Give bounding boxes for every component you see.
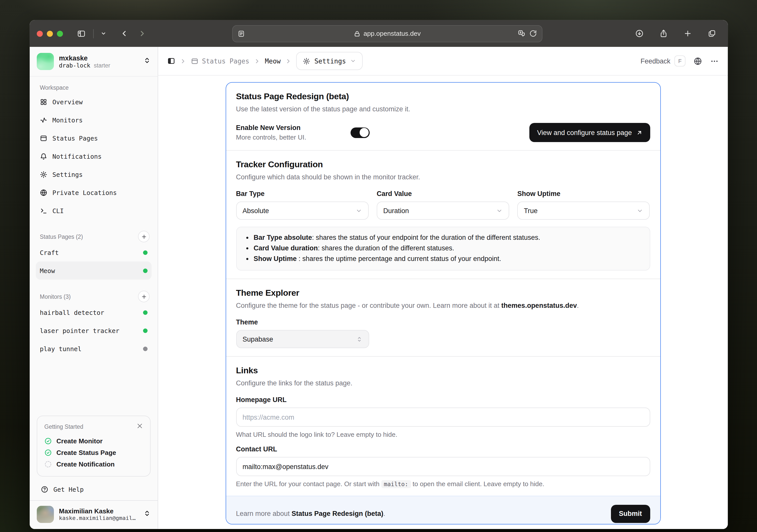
url-display: app.openstatus.dev bbox=[273, 30, 501, 37]
chevron-down-icon bbox=[637, 207, 644, 214]
window-controls bbox=[37, 30, 63, 37]
bar-type-select[interactable]: Absolute bbox=[236, 202, 369, 220]
section-title: Status Page Redesign (beta) bbox=[236, 92, 650, 102]
submit-button[interactable]: Submit bbox=[611, 505, 650, 523]
panel-toggle-icon[interactable] bbox=[167, 57, 175, 65]
zoom-window-button[interactable] bbox=[57, 30, 63, 37]
close-icon[interactable] bbox=[136, 422, 143, 431]
get-help-label: Get Help bbox=[53, 485, 84, 493]
share-icon[interactable] bbox=[656, 27, 670, 40]
chevron-right-icon bbox=[254, 58, 260, 64]
reload-icon[interactable] bbox=[529, 30, 537, 37]
check-circle-icon bbox=[44, 437, 52, 445]
address-bar[interactable]: app.openstatus.dev bbox=[232, 25, 542, 42]
breadcrumb-status-pages[interactable]: Status Pages bbox=[191, 57, 249, 65]
getting-started-item-create-status-page[interactable]: Create Status Page bbox=[43, 447, 144, 458]
translate-icon[interactable] bbox=[518, 30, 525, 37]
browser-sidebar-toggle-icon[interactable] bbox=[74, 27, 88, 40]
user-menu[interactable]: Maximilian Kaske kaske.maximilian@gmail… bbox=[30, 500, 158, 529]
sidebar-item-overview[interactable]: Overview bbox=[36, 93, 152, 111]
more-options-icon[interactable] bbox=[710, 57, 719, 65]
gear-icon bbox=[303, 57, 310, 65]
contact-url-input[interactable] bbox=[236, 457, 650, 476]
sidebar-item-monitors[interactable]: Monitors bbox=[36, 111, 152, 129]
status-dot-active bbox=[143, 310, 148, 315]
section-theme-explorer: Theme Explorer Configure the theme for t… bbox=[226, 279, 660, 356]
getting-started-label: Create Notification bbox=[56, 460, 115, 468]
forward-button[interactable] bbox=[135, 27, 149, 40]
page-content: Status Page Redesign (beta) Use the late… bbox=[158, 76, 728, 529]
getting-started-title: Getting Started bbox=[44, 424, 83, 430]
getting-started-item-create-monitor[interactable]: Create Monitor bbox=[43, 435, 144, 447]
app-sidebar: mxkaske drab-lock starter Workspace Over… bbox=[30, 47, 158, 529]
monitor-item-laser-pointer-tracker[interactable]: laser pointer tracker bbox=[36, 322, 152, 340]
section-tracker-configuration: Tracker Configuration Configure which da… bbox=[226, 151, 660, 279]
minimize-window-button[interactable] bbox=[47, 30, 53, 37]
feedback-shortcut-key: F bbox=[674, 55, 685, 67]
add-status-page-button[interactable] bbox=[138, 231, 150, 242]
sidebar-item-private-locations[interactable]: Private Locations bbox=[36, 183, 152, 202]
status-page-item-meow[interactable]: Meow bbox=[36, 262, 152, 280]
status-dot-active bbox=[143, 328, 148, 333]
close-window-button[interactable] bbox=[37, 30, 43, 37]
sidebar-item-settings[interactable]: Settings bbox=[36, 165, 152, 183]
grid-icon bbox=[40, 98, 47, 106]
tracker-notes: Bar Type absolute: shares the status of … bbox=[236, 227, 650, 270]
url-text: app.openstatus.dev bbox=[364, 30, 421, 37]
settings-dropdown-button[interactable]: Settings bbox=[296, 52, 362, 70]
feedback-button[interactable]: Feedback F bbox=[640, 55, 685, 67]
breadcrumb-current-page[interactable]: Meow bbox=[265, 57, 281, 65]
arrow-up-right-icon bbox=[636, 129, 642, 136]
tab-overview-icon[interactable] bbox=[705, 27, 719, 40]
show-uptime-select[interactable]: True bbox=[517, 202, 650, 220]
sidebar-item-notifications[interactable]: Notifications bbox=[36, 147, 152, 165]
section-description: Use the latest version of the status pag… bbox=[236, 105, 650, 113]
check-circle-icon bbox=[44, 449, 52, 456]
status-page-settings-card: Status Page Redesign (beta) Use the late… bbox=[226, 82, 660, 524]
themes-link[interactable]: themes.openstatus.dev bbox=[501, 302, 577, 309]
status-page-icon bbox=[40, 134, 47, 142]
globe-icon[interactable] bbox=[694, 57, 702, 65]
monitor-label: hairball detector bbox=[40, 309, 138, 316]
note-card-value: Card Value duration: shares the duration… bbox=[254, 243, 640, 253]
show-uptime-label: Show Uptime bbox=[517, 190, 650, 198]
user-email: kaske.maximilian@gmail… bbox=[59, 515, 138, 521]
chevrons-up-down-icon bbox=[143, 510, 151, 519]
enable-new-version-toggle[interactable] bbox=[350, 127, 370, 138]
main-area: Status Pages Meow Settings Feedback bbox=[158, 47, 728, 529]
footer-text: Learn more about Status Page Redesign (b… bbox=[236, 510, 385, 517]
get-help-link[interactable]: Get Help bbox=[30, 480, 158, 500]
chevron-down-icon bbox=[350, 58, 356, 64]
card-value-label: Card Value bbox=[377, 190, 509, 198]
browser-window: app.openstatus.dev bbox=[30, 20, 728, 529]
help-circle-icon bbox=[41, 485, 48, 493]
theme-select[interactable]: Supabase bbox=[236, 330, 369, 348]
homepage-url-input[interactable] bbox=[236, 408, 650, 427]
card-footer: Learn more about Status Page Redesign (b… bbox=[226, 496, 660, 524]
downloads-icon[interactable] bbox=[632, 27, 646, 40]
chevron-down-icon bbox=[355, 207, 362, 214]
terminal-icon bbox=[40, 207, 47, 214]
status-pages-section-label: Status Pages (2) bbox=[40, 234, 83, 239]
new-tab-icon[interactable] bbox=[681, 27, 695, 40]
monitor-item-play-tunnel[interactable]: play tunnel bbox=[36, 340, 152, 358]
sidebar-item-status-pages[interactable]: Status Pages bbox=[36, 129, 152, 147]
reader-mode-icon[interactable] bbox=[237, 30, 273, 37]
sidebar-item-label: Private Locations bbox=[52, 189, 148, 196]
monitor-item-hairball-detector[interactable]: hairball detector bbox=[36, 303, 152, 322]
lock-icon bbox=[353, 30, 361, 37]
workspace-switcher[interactable]: mxkaske drab-lock starter bbox=[30, 47, 158, 77]
back-button[interactable] bbox=[117, 27, 131, 40]
monitor-label: play tunnel bbox=[40, 345, 138, 352]
sidebar-item-label: CLI bbox=[52, 207, 148, 214]
sidebar-item-cli[interactable]: CLI bbox=[36, 202, 152, 220]
getting-started-item-create-notification[interactable]: Create Notification bbox=[43, 458, 144, 470]
view-configure-status-page-button[interactable]: View and configure status page bbox=[530, 123, 650, 142]
chevrons-up-down-icon bbox=[356, 336, 362, 342]
status-page-item-craft[interactable]: Craft bbox=[36, 243, 152, 262]
sidebar-chevron-down-icon[interactable] bbox=[99, 27, 108, 40]
user-avatar bbox=[37, 506, 54, 523]
section-title: Tracker Configuration bbox=[236, 160, 650, 170]
card-value-select[interactable]: Duration bbox=[377, 202, 509, 220]
add-monitor-button[interactable] bbox=[138, 291, 150, 302]
